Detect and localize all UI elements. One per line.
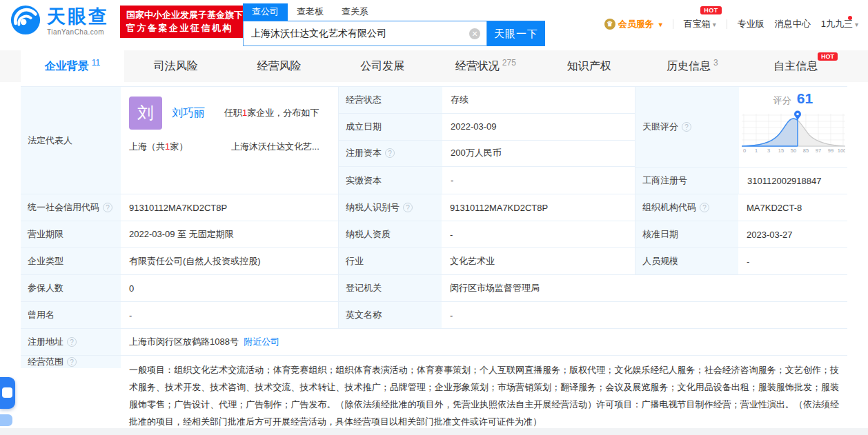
nav-pro-version[interactable]: 专业版 <box>738 18 765 30</box>
score-distribution-chart: 0 1 3 15 50 85 97 99 100 <box>742 108 845 154</box>
tianyancha-logo-icon <box>10 4 41 39</box>
help-icon[interactable] <box>682 122 691 132</box>
svg-text:3: 3 <box>767 148 769 154</box>
established-date-value: 2022-03-09 <box>442 114 635 140</box>
crown-icon: ♛ <box>604 19 615 30</box>
english-name-label: 英文名称 <box>338 302 442 328</box>
score-value: 61 <box>797 90 813 107</box>
search-tab-relation[interactable]: 查关系 <box>333 3 377 21</box>
table-row: 营业期限 2022-03-09 至 无固定期限 纳税人资质 - 核准日期 202… <box>21 221 847 248</box>
taxpayer-qualification-value: - <box>442 221 635 247</box>
org-code-label: 组织机构代码 <box>635 194 738 221</box>
search-tab-boss[interactable]: 查老板 <box>288 3 333 21</box>
tab-company-background[interactable]: 企业背景11 <box>21 50 124 82</box>
toolbox-hot-badge: HOT <box>700 6 722 14</box>
nav-user-menu[interactable]: 1九九三 <box>821 18 858 30</box>
business-reg-number-value: 310112002918847 <box>739 168 848 194</box>
approval-date-label: 核准日期 <box>635 221 738 247</box>
nav-message-center[interactable]: 消息中心 <box>775 18 811 30</box>
legal-rep-company[interactable]: 上海沐沃仕达文化艺... <box>231 141 319 153</box>
industry-value: 文化艺术业 <box>442 248 635 274</box>
nav-divider <box>727 19 727 29</box>
floating-side-widget-secondary[interactable] <box>0 414 12 426</box>
help-icon[interactable] <box>403 203 413 212</box>
tab-company-development[interactable]: 公司发展 <box>331 50 434 82</box>
table-row: 参保人数 0 登记机关 闵行区市场监督管理局 <box>21 275 847 302</box>
floating-side-widget[interactable] <box>0 377 15 409</box>
english-name-value: - <box>442 302 847 328</box>
business-scope-label: 经营范围 <box>21 356 121 368</box>
table-row: 注册地址 上海市闵行区放鹤路1088号 附近公司 <box>21 329 847 356</box>
tab-judicial-risk[interactable]: 司法风险 <box>124 50 228 82</box>
svg-text:85: 85 <box>802 148 808 154</box>
next-section-edge <box>0 428 868 435</box>
former-name-label: 曾用名 <box>21 302 121 328</box>
registered-address-value: 上海市闵行区放鹤路1088号 附近公司 <box>121 329 847 355</box>
table-row: 曾用名 - 英文名称 - <box>21 302 847 329</box>
org-code-value: MA7KD2CT-8 <box>738 194 847 221</box>
tab-self-info[interactable]: 自主信息HOT <box>744 50 847 82</box>
help-icon[interactable] <box>385 148 395 158</box>
table-row: 企业类型 有限责任公司(自然人投资或控股) 行业 文化艺术业 人员规模 - <box>21 248 847 275</box>
score-caption: 评分 <box>773 94 791 107</box>
registered-address-label: 注册地址 <box>21 329 121 355</box>
table-row: 工商注册号 310112002918847 <box>635 168 847 194</box>
company-info-table: 法定代表人 刘 刘巧丽 任职1家企业，分布如下 上海（共1家） 上海沐沃仕达文化… <box>21 86 847 435</box>
legal-rep-name-link[interactable]: 刘巧丽 <box>172 106 205 121</box>
search-button[interactable]: 天眼一下 <box>487 21 545 46</box>
paid-in-capital-value: - <box>442 167 635 194</box>
staff-size-label: 人员规模 <box>635 248 738 274</box>
insured-count-value: 0 <box>121 275 338 301</box>
tianyancha-company-page: 天眼查 TianYanCha.com 国家中小企业发展子基金旗下 官方备案企业征… <box>0 0 868 435</box>
tab-count: 3 <box>713 58 718 68</box>
paid-in-capital-label: 实缴资本 <box>339 167 442 194</box>
taxpayer-id-value: 91310112MA7KD2CT8P <box>442 194 635 221</box>
legal-rep-label: 法定代表人 <box>21 87 121 194</box>
company-type-label: 企业类型 <box>21 248 121 274</box>
tab-count: 11 <box>92 58 100 68</box>
staff-size-value: - <box>738 248 847 274</box>
svg-text:1: 1 <box>754 148 757 154</box>
tab-history-info[interactable]: 历史信息3 <box>641 50 744 82</box>
help-icon[interactable] <box>700 203 709 212</box>
svg-text:15: 15 <box>778 148 783 154</box>
search-type-tabs: 查公司 查老板 查关系 <box>243 3 545 21</box>
table-row: 实缴资本 - <box>339 167 635 194</box>
nav-vip-services[interactable]: ♛会员服务 <box>604 18 662 30</box>
score-chart-cell: 评分 61 <box>739 87 847 167</box>
svg-text:50: 50 <box>790 148 796 154</box>
tab-operation-status[interactable]: 经营状况275 <box>434 50 537 82</box>
tab-intellectual-property[interactable]: 知识产权 <box>537 50 641 82</box>
clear-search-icon[interactable]: ✕ <box>469 28 480 39</box>
logo-title: 天眼查 <box>47 8 109 26</box>
svg-text:0: 0 <box>742 148 745 154</box>
tianyan-score-label: 天眼评分 <box>635 87 739 167</box>
svg-text:97: 97 <box>815 148 820 154</box>
nearby-companies-link[interactable]: 附近公司 <box>244 336 279 348</box>
table-row: 注册资本 200万人民币 <box>339 141 635 168</box>
approval-date-value: 2023-03-27 <box>738 221 847 247</box>
business-term-value: 2022-03-09 至 无固定期限 <box>121 221 338 247</box>
tab-operation-risk[interactable]: 经营风险 <box>228 50 331 82</box>
table-row: 法定代表人 刘 刘巧丽 任职1家企业，分布如下 上海（共1家） 上海沐沃仕达文化… <box>21 87 847 194</box>
status-column: 经营状态 存续 成立日期 2022-03-09 注册资本 200万人民币 实缴资… <box>338 87 635 194</box>
help-icon[interactable] <box>103 203 112 212</box>
search-input[interactable] <box>244 21 486 45</box>
operating-status-label: 经营状态 <box>339 87 442 113</box>
header-search: 查公司 查老板 查关系 ✕ 天眼一下 <box>243 3 545 46</box>
registered-capital-label: 注册资本 <box>339 141 442 167</box>
tianyancha-logo[interactable]: 天眼查 TianYanCha.com <box>10 4 109 39</box>
score-column: 天眼评分 评分 61 <box>635 87 847 194</box>
avatar[interactable]: 刘 <box>129 97 162 130</box>
help-icon[interactable] <box>67 337 77 347</box>
search-tab-company[interactable]: 查公司 <box>243 3 288 21</box>
legal-rep-job: 任职1家企业，分布如下 <box>224 107 319 119</box>
tab-count: 275 <box>502 58 516 68</box>
help-icon[interactable] <box>67 357 77 367</box>
former-name-value: - <box>121 302 338 328</box>
nav-toolbox[interactable]: HOT百宝箱 <box>684 18 716 30</box>
registered-capital-value: 200万人民币 <box>442 141 635 167</box>
section-tabbar: 企业背景11 司法风险 经营风险 公司发展 经营状况275 知识产权 历史信息3… <box>0 50 868 82</box>
operating-status-value: 存续 <box>442 87 635 113</box>
svg-text:99: 99 <box>827 148 833 154</box>
